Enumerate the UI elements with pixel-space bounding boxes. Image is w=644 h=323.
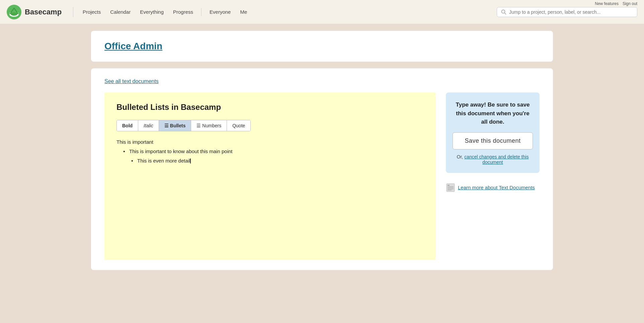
- text-document-icon: [446, 183, 455, 192]
- nav-me[interactable]: Me: [236, 7, 251, 17]
- doc-section: See all text documents Bulleted Lists in…: [91, 68, 553, 270]
- doc-content: This is important This is important to k…: [116, 138, 424, 165]
- search-icon: [501, 9, 506, 15]
- main-nav: Projects Calendar Everything Progress Ev…: [79, 7, 251, 17]
- project-title[interactable]: Office Admin: [104, 41, 162, 51]
- numbers-icon: ☰: [196, 123, 201, 128]
- see-all-link[interactable]: See all text documents: [104, 78, 159, 84]
- bullet-item-2: This is even more detail: [131, 157, 424, 165]
- doc-editor: Bulleted Lists in Basecamp Bold Italic ☰…: [104, 92, 436, 260]
- svg-rect-11: [448, 189, 454, 189]
- cancel-link[interactable]: cancel changes and delete this document: [464, 154, 529, 165]
- quote-button[interactable]: Quote: [227, 120, 250, 131]
- nav-progress[interactable]: Progress: [169, 7, 197, 17]
- nav-everyone[interactable]: Everyone: [206, 7, 235, 17]
- nav-calendar[interactable]: Calendar: [106, 7, 135, 17]
- svg-point-4: [11, 12, 17, 16]
- search-area: [497, 7, 637, 17]
- numbers-button[interactable]: ☰ Numbers: [191, 120, 227, 131]
- nav-everything[interactable]: Everything: [136, 7, 168, 17]
- bullet-list-1: This is important to know about this mai…: [123, 147, 424, 165]
- basecamp-logo-icon: [7, 5, 21, 19]
- learn-more-area: Learn more about Text Documents: [446, 180, 540, 196]
- save-document-button[interactable]: Save this document: [453, 132, 533, 149]
- bullets-icon: ☰: [164, 123, 169, 128]
- save-hint-text: Type away! Be sure to save this document…: [453, 101, 533, 126]
- svg-rect-12: [448, 190, 452, 190]
- svg-line-6: [505, 13, 506, 14]
- bullets-button[interactable]: ☰ Bullets: [159, 120, 191, 131]
- content-line-1: This is important: [116, 138, 424, 146]
- logo-area[interactable]: Basecamp: [7, 5, 62, 19]
- main-wrapper: Office Admin See all text documents Bull…: [71, 24, 573, 277]
- top-bar: New features Sign out Basecamp Projects …: [0, 0, 644, 24]
- doc-editor-area: Bulleted Lists in Basecamp Bold Italic ☰…: [104, 92, 540, 260]
- save-widget: Type away! Be sure to save this document…: [446, 92, 540, 173]
- bold-button[interactable]: Bold: [117, 120, 138, 131]
- svg-rect-9: [448, 186, 454, 187]
- svg-point-5: [502, 10, 505, 13]
- sign-out-link[interactable]: Sign out: [623, 1, 637, 6]
- nav-separator: [201, 8, 202, 16]
- new-features-link[interactable]: New features: [595, 1, 619, 6]
- nav-projects[interactable]: Projects: [79, 7, 105, 17]
- nav-divider: [73, 7, 73, 17]
- doc-title: Bulleted Lists in Basecamp: [116, 103, 424, 112]
- top-bar-utility-links: New features Sign out: [595, 1, 637, 6]
- svg-rect-13: [448, 185, 450, 186]
- svg-rect-10: [448, 187, 454, 188]
- sidebar-panel: Type away! Be sure to save this document…: [446, 92, 540, 196]
- bullet-list-2: This is even more detail: [131, 157, 424, 165]
- bullet-item-1: This is important to know about this mai…: [123, 147, 424, 155]
- logo-text: Basecamp: [25, 8, 62, 16]
- learn-more-link[interactable]: Learn more about Text Documents: [458, 185, 535, 190]
- cancel-prefix: Or,: [457, 154, 463, 159]
- search-box: [497, 7, 637, 17]
- project-card: Office Admin: [91, 31, 553, 62]
- cancel-text: Or, cancel changes and delete this docum…: [453, 154, 533, 165]
- search-input[interactable]: [509, 9, 633, 15]
- text-cursor: [190, 158, 191, 164]
- italic-button[interactable]: Italic: [138, 120, 159, 131]
- top-bar-left: Basecamp Projects Calendar Everything Pr…: [7, 5, 251, 19]
- formatting-toolbar: Bold Italic ☰ Bullets ☰ Numbers Quote: [116, 120, 251, 131]
